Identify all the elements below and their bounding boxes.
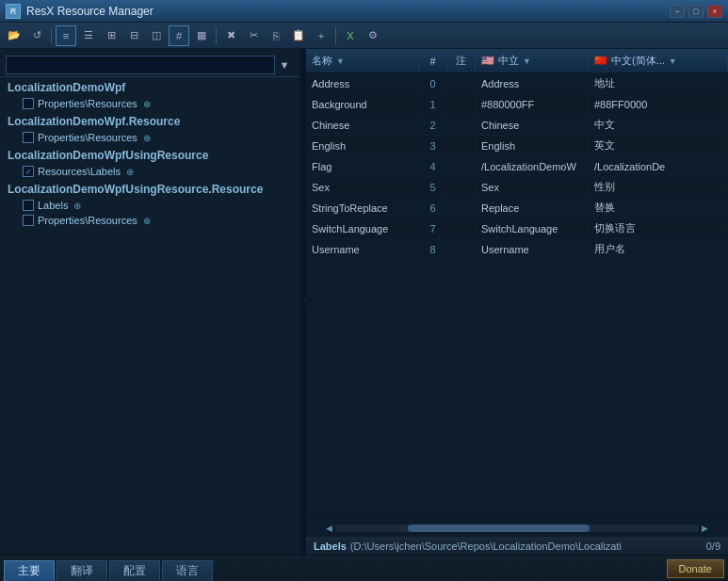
- minimize-btn[interactable]: −: [670, 5, 685, 18]
- td-name-2: Chinese: [306, 115, 419, 135]
- donate-button[interactable]: Donate: [667, 559, 724, 578]
- left-panel: ▼ LocalizationDemoWpf Properties\Resourc…: [0, 49, 301, 555]
- td-num-1: 1: [419, 94, 447, 114]
- td-name-8: Username: [306, 239, 419, 259]
- table-row[interactable]: Background 1 #880000FF #88FF0000: [306, 94, 728, 115]
- align-left-btn[interactable]: ≡: [56, 25, 76, 46]
- title-bar: R ResX Resource Manager − □ ×: [0, 0, 728, 23]
- td-notes-8: [447, 239, 476, 259]
- table-row[interactable]: Username 8 Username 用户名: [306, 239, 728, 260]
- checkbox-resources-labels[interactable]: ✓: [23, 166, 34, 177]
- col-chinese-label: 中文(简体...: [611, 54, 665, 68]
- hscroll-track[interactable]: [335, 525, 699, 532]
- table-row[interactable]: Address 0 Address 地址: [306, 73, 728, 94]
- tree-group-4[interactable]: LocalizationDemoWpfUsingResource.Resourc…: [0, 179, 299, 198]
- table-row[interactable]: English 3 English 英文: [306, 136, 728, 156]
- grid-btn[interactable]: ▦: [191, 25, 212, 46]
- tree-label-props-resources-1: Properties\Resources: [38, 98, 138, 109]
- copy-btn[interactable]: ⎘: [266, 25, 286, 46]
- search-input[interactable]: [6, 56, 275, 74]
- tree-group-2[interactable]: LocalizationDemoWpf.Resource: [0, 111, 299, 130]
- col-header-num: #: [419, 49, 447, 73]
- tab-translate[interactable]: 翻译: [57, 560, 107, 581]
- name-filter-icon[interactable]: ▼: [336, 56, 345, 66]
- neutral-filter-icon[interactable]: ▼: [523, 56, 531, 66]
- col-header-name: 名称 ▼: [306, 49, 419, 73]
- left-panel-header: ▼: [0, 53, 299, 77]
- checkbox-props-resources-1[interactable]: [23, 98, 34, 109]
- table-row[interactable]: Sex 5 Sex 性别: [306, 177, 728, 198]
- tab-main[interactable]: 主要: [4, 560, 55, 581]
- table-row[interactable]: SwitchLanguage 7 SwitchLanguage 切换语言: [306, 218, 728, 239]
- hscroll-left-arrow[interactable]: ◀: [323, 524, 335, 533]
- maximize-btn[interactable]: □: [688, 5, 704, 18]
- tree-item-props-resources-2[interactable]: Properties\Resources ⊕: [0, 130, 299, 145]
- pin-icon-5: ⊕: [143, 216, 151, 226]
- resources-btn[interactable]: ◫: [146, 25, 167, 46]
- refresh-btn[interactable]: ↺: [26, 25, 47, 46]
- td-neutral-6: Replace: [476, 198, 589, 218]
- align-center-btn[interactable]: ☰: [78, 25, 99, 46]
- add-btn[interactable]: +: [311, 25, 332, 46]
- settings-btn[interactable]: ⚙: [363, 25, 383, 46]
- checkbox-props-resources-4[interactable]: [23, 215, 34, 226]
- chinese-filter-icon[interactable]: ▼: [669, 56, 677, 66]
- td-neutral-8: Username: [476, 239, 589, 259]
- td-name-1: Background: [306, 94, 419, 114]
- td-chinese-2: 中文: [589, 115, 728, 135]
- table-row[interactable]: StringToReplace 6 Replace 替换: [306, 198, 728, 218]
- td-name-3: English: [306, 136, 419, 155]
- td-notes-2: [447, 115, 476, 135]
- tree-group-1[interactable]: LocalizationDemoWpf: [0, 77, 299, 96]
- filter-btn[interactable]: ▼: [275, 56, 294, 74]
- tree-label-props-resources-2: Properties\Resources: [38, 132, 138, 143]
- td-num-7: 7: [419, 218, 447, 238]
- tree-group-3[interactable]: LocalizationDemoWpfUsingResource: [0, 145, 299, 164]
- bottom-tabs: 主要 翻译 配置 语言 Donate: [0, 555, 728, 581]
- cut-btn[interactable]: ✂: [243, 25, 264, 46]
- tab-language[interactable]: 语言: [162, 560, 213, 581]
- delete-btn[interactable]: ✖: [220, 25, 241, 46]
- checkbox-props-resources-2[interactable]: [23, 132, 34, 143]
- td-neutral-3: English: [476, 136, 589, 155]
- col-name-label: 名称: [312, 54, 332, 68]
- paste-btn[interactable]: 📋: [288, 25, 309, 46]
- tree-item-props-resources-4[interactable]: Properties\Resources ⊕: [0, 213, 299, 228]
- col-neutral-label: 中立: [498, 54, 519, 68]
- cols-btn[interactable]: ⊟: [123, 25, 144, 46]
- hscroll-right-arrow[interactable]: ▶: [699, 524, 711, 533]
- status-count: 0/9: [706, 541, 720, 552]
- excel-btn[interactable]: X: [340, 25, 361, 46]
- table-header: 名称 ▼ # 注 🇺🇸 中立 ▼ 🇨🇳 中文(简体... ▼: [306, 49, 728, 73]
- table-row[interactable]: Chinese 2 Chinese 中文: [306, 115, 728, 136]
- td-chinese-5: 性别: [589, 177, 728, 197]
- td-notes-1: [447, 94, 476, 114]
- open-btn[interactable]: 📂: [4, 25, 24, 46]
- hash-btn[interactable]: #: [169, 25, 189, 46]
- tree-item-props-resources-1[interactable]: Properties\Resources ⊕: [0, 96, 299, 111]
- tab-config[interactable]: 配置: [109, 560, 160, 581]
- hscroll-bar: ◀ ▶: [306, 519, 728, 536]
- table-btn[interactable]: ⊞: [101, 25, 121, 46]
- pin-icon-1: ⊕: [143, 99, 151, 109]
- td-neutral-5: Sex: [476, 177, 589, 197]
- td-chinese-3: 英文: [589, 136, 728, 155]
- td-chinese-7: 切换语言: [589, 218, 728, 238]
- td-notes-5: [447, 177, 476, 197]
- td-chinese-4: /LocalizationDe: [589, 156, 728, 176]
- hscroll-thumb[interactable]: [408, 525, 590, 532]
- status-path: (D:\Users\jchen\Source\Repos\Localizatio…: [350, 541, 622, 552]
- table-row[interactable]: Flag 4 /LocalizationDemoW /LocalizationD…: [306, 156, 728, 177]
- tree-item-labels[interactable]: Labels ⊕: [0, 198, 299, 213]
- checkbox-labels[interactable]: [23, 200, 34, 211]
- tree-item-resources-labels[interactable]: ✓ Resources\Labels ⊕: [0, 164, 299, 179]
- td-name-7: SwitchLanguage: [306, 218, 419, 238]
- col-notes-label: 注: [456, 54, 466, 68]
- close-btn[interactable]: ×: [707, 5, 722, 18]
- tree-label-labels: Labels: [38, 200, 68, 211]
- td-notes-0: [447, 73, 476, 93]
- td-chinese-1: #88FF0000: [589, 94, 728, 114]
- td-name-4: Flag: [306, 156, 419, 176]
- td-num-3: 3: [419, 136, 447, 155]
- td-notes-6: [447, 198, 476, 218]
